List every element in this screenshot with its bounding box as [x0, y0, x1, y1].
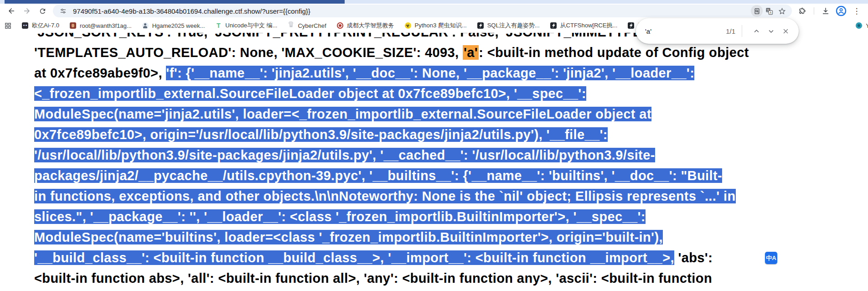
config-text-line: '__build_class__': <built-in function __… [34, 248, 768, 268]
selected-text: ModuleSpec(name='jinja2.utils', loader=<… [34, 107, 651, 121]
find-next-button[interactable] [765, 25, 777, 37]
selected-text: slices.", '__package__': '', '__loader__… [34, 209, 646, 224]
translate-icon[interactable]: 文 A [763, 5, 775, 17]
find-bar-divider [742, 25, 742, 37]
omnibox[interactable]: 97490f51-a640-4e9b-a13b-364804b01694.cha… [53, 5, 792, 17]
find-match-count: 1/1 [726, 27, 735, 35]
find-bar[interactable]: 'a' 1/1 [636, 18, 799, 44]
config-text-line: at 0x7fce89abe9f0>, 'f': {'__name__': 'j… [34, 63, 768, 83]
bookmark-label: 从CTFShow[RCE挑... [560, 21, 618, 30]
page-config-dump: 'JSON_SORT_KEYS': True, 'JSONIFY_PRETTYP… [34, 22, 768, 289]
find-in-page-icon[interactable] [751, 5, 763, 17]
translate-selection-icon[interactable]: 中A [765, 252, 777, 264]
dark-slash-icon [550, 22, 557, 29]
config-text-line: ModuleSpec(name='builtins', loader=<clas… [34, 227, 768, 248]
reload-button[interactable] [35, 5, 50, 17]
download-icon[interactable] [818, 5, 833, 17]
selected-text: 0x7fce89befc10>, origin='/usr/local/lib/… [34, 127, 608, 142]
bookmark-item[interactable]: Hgame2025 week... [142, 22, 205, 29]
teal-globe-icon [855, 22, 863, 29]
biohazard-icon: ☣ [404, 22, 412, 29]
bookmark-item[interactable]: TUnicode与中文 编... [215, 21, 277, 30]
window-top-strip [0, 0, 868, 4]
find-close-button[interactable] [780, 25, 791, 37]
config-text: at 0x7fce89abe9f0>, [34, 66, 166, 80]
find-previous-button[interactable] [750, 25, 762, 37]
config-text: 'TEMPLATES_AUTO_RELOAD': None, 'MAX_COOK… [34, 45, 463, 60]
config-text-line: <_frozen_importlib_external.SourceFileLo… [34, 83, 768, 104]
photo-avatar-icon [69, 22, 77, 29]
green-tree-icon: T [215, 22, 222, 29]
bookmark-label: Unicode与中文 编... [225, 21, 277, 30]
config-text: 'abs': [674, 250, 713, 265]
selected-text: <_frozen_importlib_external.SourceFileLo… [34, 86, 586, 101]
url-text[interactable]: 97490f51-a640-4e9b-a13b-364804b01694.cha… [73, 7, 751, 15]
selected-text: 'f': {'__name__': 'jinja2.utils', '__doc… [166, 66, 694, 80]
config-text-line: in functions, exceptions, and other obje… [34, 186, 768, 207]
selected-text: packages/jinja2/__pycache__/utils.cpytho… [34, 168, 722, 183]
dark-slash-icon [477, 22, 484, 29]
browser-toolbar: 97490f51-a640-4e9b-a13b-364804b01694.cha… [0, 4, 868, 18]
selected-text: '__build_class__': <built-in function __… [34, 250, 674, 265]
bookmark-item[interactable]: 成都大学智慧教务 [336, 21, 394, 30]
profile-icon[interactable] [833, 5, 849, 17]
red-seal-icon [336, 22, 344, 29]
apps-grid-icon[interactable] [5, 22, 11, 29]
chef-hat-icon [287, 22, 294, 29]
bookmark-label: root@wanth3f1ag... [80, 22, 132, 29]
bookmark-item[interactable]: 欧亿Ai-7.0 [21, 21, 59, 30]
config-text-line: ModuleSpec(name='jinja2.utils', loader=<… [34, 104, 768, 125]
config-text: <built-in function abs>, 'all': <built-i… [34, 271, 712, 286]
config-text-line: 'TEMPLATES_AUTO_RELOAD': None, 'MAX_COOK… [34, 42, 768, 63]
star-icon[interactable] [775, 5, 788, 17]
tune-icon[interactable] [57, 5, 69, 17]
bookmark-item[interactable]: ☣Python3 爬虫知识... [404, 21, 467, 30]
config-text-line: '/usr/local/lib/python3.9/site-packages/… [34, 145, 768, 166]
find-match-highlight: 'a' [463, 45, 479, 60]
extension-icon[interactable] [795, 5, 810, 17]
bookmark-label: Yxing [866, 22, 868, 29]
selected-text: in functions, exceptions, and other obje… [34, 189, 736, 203]
bookmark-label: 成都大学智慧教务 [347, 21, 394, 30]
back-button[interactable] [4, 5, 19, 17]
bookmark-item[interactable]: Yxing [855, 22, 868, 29]
selected-text: ModuleSpec(name='builtins', loader=<clas… [34, 230, 663, 244]
bookmark-item[interactable]: root@wanth3f1ag... [69, 22, 132, 29]
selected-text: '/usr/local/lib/python3.9/site-packages/… [34, 148, 655, 162]
forward-button[interactable] [19, 5, 35, 17]
dark-slash-icon [627, 22, 635, 29]
config-text-line: 0x7fce89befc10>, origin='/usr/local/lib/… [34, 125, 768, 145]
bookmark-item[interactable]: CyberChef [287, 22, 326, 29]
toolbar-divider [814, 7, 814, 15]
person-avatar-icon [142, 22, 149, 29]
bookmark-item[interactable]: SQL注入有趣姿势... [477, 21, 540, 30]
find-input[interactable]: 'a' [645, 27, 651, 35]
tab-strip-fragment [5, 0, 345, 4]
bookmark-item[interactable]: 从CTFShow[RCE挑... [550, 21, 618, 30]
translate-glyph: 中A [766, 255, 776, 261]
kebab-menu-icon[interactable]: ⋮ [849, 5, 864, 17]
bookmark-label: CyberChef [298, 22, 326, 29]
toolbar-right-icons: ⋮ [795, 5, 864, 17]
bookmark-label: Hgame2025 week... [152, 22, 205, 29]
config-text-line: packages/jinja2/__pycache__/utils.cpytho… [34, 166, 768, 186]
config-text: : <built-in method update of Config obje… [479, 45, 749, 60]
config-text-line: slices.", '__package__': '', '__loader__… [34, 207, 768, 227]
bookmark-label: SQL注入有趣姿势... [487, 21, 540, 30]
bookmark-label: 欧亿Ai-7.0 [32, 21, 59, 30]
config-text-line: <built-in function abs>, 'all': <built-i… [34, 268, 768, 289]
bookmark-label: Python3 爬虫知识... [415, 21, 467, 30]
dark-robot-icon [21, 22, 29, 29]
